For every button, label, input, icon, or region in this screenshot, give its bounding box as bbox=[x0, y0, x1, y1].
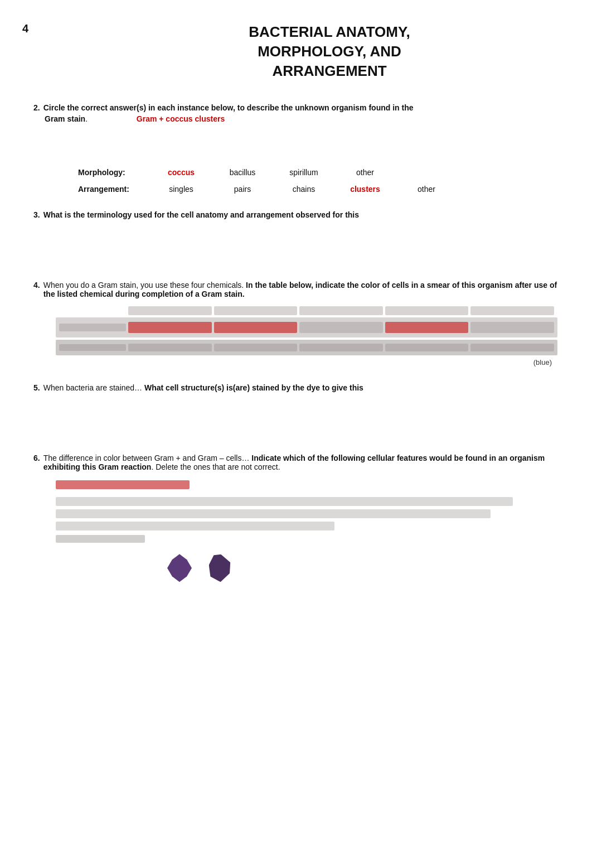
q6-blurred-small bbox=[56, 535, 145, 543]
table-cell-red-1 bbox=[128, 322, 212, 333]
question-4-block: 4. When you do a Gram stain, you use the… bbox=[33, 281, 559, 367]
q6-number: 6. bbox=[33, 454, 40, 462]
question-3-block: 3. What is the terminology used for the … bbox=[33, 210, 559, 264]
question-6-block: 6. The difference in color between Gram … bbox=[33, 454, 559, 582]
arrangement-option-other: other bbox=[396, 185, 457, 194]
icon-shape-2 bbox=[205, 552, 234, 584]
q6-answer-red bbox=[56, 480, 190, 489]
morphology-option-bacillus: bacillus bbox=[212, 168, 273, 177]
gram-stain-answer: Gram + coccus clusters bbox=[137, 114, 225, 123]
table-row-1 bbox=[56, 317, 557, 337]
q6-blurred-block-2 bbox=[56, 509, 491, 518]
morphology-option-other: other bbox=[334, 168, 396, 177]
table-header-cell-3 bbox=[299, 306, 383, 315]
table-cell-red-3 bbox=[385, 322, 469, 333]
table-header-cell-5 bbox=[470, 306, 554, 315]
question-2-block: 2. Circle the correct answer(s) in each … bbox=[33, 103, 559, 194]
q3-number: 3. bbox=[33, 210, 40, 219]
q3-text: What is the terminology used for the cel… bbox=[43, 210, 359, 219]
q5-text: When bacteria are stained… What cell str… bbox=[43, 383, 363, 392]
gram-stain-label: Gram stain bbox=[45, 114, 85, 123]
arrangement-option-clusters: clusters bbox=[334, 185, 396, 194]
arrangement-option-pairs: pairs bbox=[212, 185, 273, 194]
question-5-block: 5. When bacteria are stained… What cell … bbox=[33, 383, 559, 437]
icon-shape-1 bbox=[167, 554, 192, 582]
table-cell-gray-1 bbox=[299, 322, 383, 333]
table-cell-red-2 bbox=[214, 322, 298, 333]
morphology-option-coccus: coccus bbox=[151, 168, 212, 177]
arrangement-option-singles: singles bbox=[151, 185, 212, 194]
table-cell-gray-2 bbox=[470, 322, 554, 333]
table-row-2 bbox=[56, 340, 557, 355]
q4-number: 4. bbox=[33, 281, 40, 290]
q2-number: 2. bbox=[33, 103, 40, 112]
q2-text: Circle the correct answer(s) in each ins… bbox=[43, 103, 414, 112]
table-header-cell-2 bbox=[214, 306, 298, 315]
header-title: BACTERIAL ANATOMY, MORPHOLOGY, AND ARRAN… bbox=[33, 22, 559, 81]
q6-blurred-block-3 bbox=[56, 522, 334, 531]
morphology-option-spirillum: spirillum bbox=[273, 168, 334, 177]
table-header-cell-4 bbox=[385, 306, 469, 315]
arrangement-option-chains: chains bbox=[273, 185, 334, 194]
table-header-cell-1 bbox=[128, 306, 212, 315]
q6-text: The difference in color between Gram + a… bbox=[43, 454, 559, 471]
morphology-label: Morphology: bbox=[78, 168, 151, 177]
arrangement-label: Arrangement: bbox=[78, 185, 151, 194]
page-number: 4 bbox=[22, 22, 28, 35]
q4-text: When you do a Gram stain, you use these … bbox=[43, 281, 559, 298]
q6-blurred-block-1 bbox=[56, 497, 513, 506]
blue-label: (blue) bbox=[533, 358, 552, 367]
q5-number: 5. bbox=[33, 383, 40, 392]
